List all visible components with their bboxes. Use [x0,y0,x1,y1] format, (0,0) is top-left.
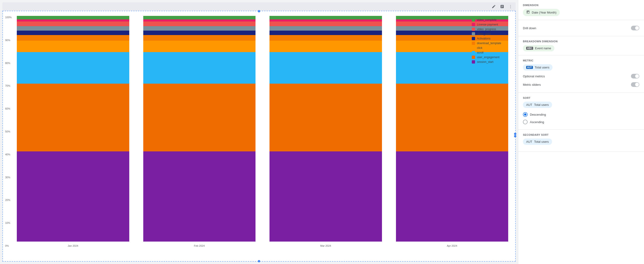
bar-group-mar: Mar 2024 [270,16,382,247]
resize-handle-br[interactable] [514,133,516,135]
bar-stack-mar [270,16,382,241]
segment-click-jan [17,41,129,52]
descending-radio[interactable] [523,112,528,117]
legend-color-engagement [472,56,475,59]
segment-videostart-mar [270,26,382,31]
chart-inner: 0% 10% 20% 30% 40% 50% 60% 70% 80% 90% 1… [17,16,508,247]
legend-color-activations [472,37,475,40]
breakdown-chip[interactable]: ABC Event name [523,45,554,51]
optional-metrics-label: Optional metrics [523,75,545,78]
drilldown-toggle[interactable] [631,26,639,30]
right-panel: Dimension Date (Year Month) Drill down B… [518,0,644,264]
bar-stack-jan [17,16,129,241]
breakdown-label: Breakdown Dimension [523,40,639,43]
secondary-sort-label: Secondary sort [523,133,639,136]
segment-scroll-feb [143,52,256,84]
legend-item-videoprogress: video_progress [472,28,501,31]
breakdown-badge: ABC [526,47,533,50]
segment-session-apr [396,151,508,241]
legend-label-videocomplete: video_complete [477,18,496,22]
legend-color-videoprogress [472,28,475,31]
legend-color-scroll [472,51,475,54]
chart-toolbar: ⋮ [2,2,516,11]
segment-videoprogress-mar [270,22,382,26]
segment-activations-mar [270,31,382,35]
legend-label-click: click [477,46,482,50]
segment-session-jan [17,151,129,241]
bar-label-apr: Apr 2024 [447,244,457,247]
edit-icon[interactable] [491,4,496,9]
descending-label: Descending [530,113,546,116]
sort-label: Sort [523,97,639,99]
legend-item-activations: Activations [472,37,501,40]
y-label-50: 50% [5,130,12,133]
metric-section: Metric AUT Total users Optional metrics … [518,55,644,93]
dimension-chip-label: Date (Year Month) [532,11,556,14]
descending-radio-inner [524,113,526,116]
chart-legend: video_complete License payment video_pro… [472,18,501,64]
ascending-radio-row[interactable]: Ascending [523,118,639,126]
metric-aut-badge: AUT [526,66,533,69]
segment-engagement-jan [17,84,129,151]
dimension-label: Dimension [523,4,639,7]
y-label-100: 100% [5,16,12,19]
segment-license-jan [17,19,129,22]
segment-click-feb [143,41,256,52]
secondary-sort-chip[interactable]: AUT Total users [523,139,552,145]
legend-item-scroll: scroll [472,51,501,54]
dimension-section: Dimension Date (Year Month) [518,0,644,20]
legend-item-engagement: user_engagement [472,56,501,59]
segment-download-feb [143,35,256,41]
breakdown-section: Breakdown Dimension ABC Event name [518,36,644,55]
bar-label-jan: Jan 2024 [68,244,78,247]
secondary-sort-chip-label: Total users [534,140,549,143]
az-sort-icon[interactable] [499,4,505,9]
segment-videoprogress-jan [17,22,129,26]
legend-label-license: License payment [477,23,498,26]
chart-area: ⋮ 0% 10% 20% 30% 40% 50% 60% 70% 80% 90% [0,0,518,264]
segment-session-feb [143,151,256,241]
segment-license-mar [270,19,382,22]
segment-videocomplete-jan [17,16,129,19]
dimension-chip[interactable]: Date (Year Month) [523,9,560,16]
legend-item-session: session_start [472,60,501,64]
legend-label-activations: Activations [477,37,490,40]
segment-activations-feb [143,31,256,35]
segment-videocomplete-mar [270,16,382,19]
optional-metrics-toggle[interactable] [631,74,639,79]
segment-videoprogress-feb [143,22,256,26]
resize-handle-top[interactable] [258,10,260,12]
y-label-60: 60% [5,107,12,110]
bar-group-jan: Jan 2024 [17,16,129,247]
resize-handle-right[interactable] [514,135,516,137]
y-label-0: 0% [5,244,12,247]
optional-metrics-row: Optional metrics [523,72,639,80]
legend-item-license: License payment [472,23,501,26]
resize-handle-bottom[interactable] [258,260,260,262]
segment-engagement-feb [143,84,256,151]
bar-stack-feb [143,16,256,241]
segment-session-mar [270,151,382,241]
legend-label-videostart: video_start [477,32,491,36]
legend-color-videostart [472,32,475,36]
sort-chip[interactable]: AUT Total users [523,102,552,108]
legend-label-engagement: user_engagement [477,56,500,59]
ascending-label: Ascending [530,120,544,124]
legend-label-download: download_template [477,42,501,45]
metric-label: Metric [523,59,639,62]
y-label-20: 20% [5,199,12,201]
breakdown-chip-label: Event name [535,47,551,50]
metric-sliders-label: Metric sliders [523,83,541,86]
bar-label-mar: Mar 2024 [320,244,331,247]
legend-item-click: click [472,46,501,50]
descending-radio-row[interactable]: Descending [523,111,639,118]
metric-sliders-toggle[interactable] [631,82,639,87]
metric-chip[interactable]: AUT Total users [523,64,552,71]
ascending-radio[interactable] [523,120,528,124]
legend-color-session [472,60,475,64]
more-icon[interactable]: ⋮ [508,4,513,9]
legend-color-click [472,46,475,50]
y-axis: 0% 10% 20% 30% 40% 50% 60% 70% 80% 90% 1… [5,16,12,247]
segment-license-feb [143,19,256,22]
legend-color-download [472,42,475,45]
